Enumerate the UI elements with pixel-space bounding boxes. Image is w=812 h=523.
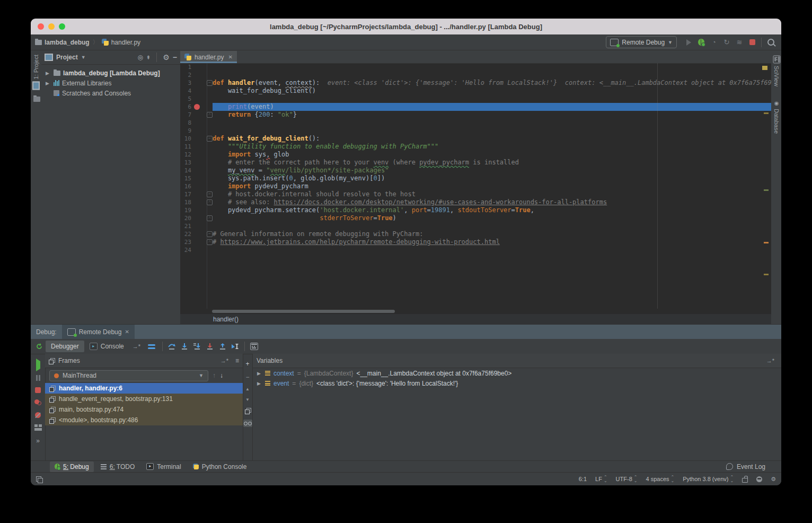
- code-text[interactable]: """Utility function to enable debugging …: [213, 143, 771, 151]
- inspections-profile-icon[interactable]: [756, 476, 762, 482]
- code-text[interactable]: # General information on remote debuggin…: [213, 230, 771, 238]
- editor-line[interactable]: 4 wait_for_debug_client(): [180, 87, 771, 95]
- frame-row[interactable]: main, bootstrap.py:474: [45, 404, 243, 415]
- tab-console[interactable]: ▸ Console: [84, 341, 129, 352]
- code-text[interactable]: my_venv = "venv/lib/python*/site-package…: [213, 167, 771, 175]
- move-watch-down-button[interactable]: ▼: [245, 397, 250, 402]
- close-window-button[interactable]: [38, 23, 44, 30]
- move-watch-up-button[interactable]: ▲: [245, 387, 250, 391]
- gutter[interactable]: 14: [180, 167, 213, 175]
- editor-line[interactable]: 19 pydevd_pycharm.settrace('host.docker.…: [180, 206, 771, 214]
- expand-arrow-icon[interactable]: ▶: [46, 71, 51, 76]
- gutter[interactable]: 13: [180, 159, 213, 167]
- editor-line[interactable]: 5: [180, 95, 771, 103]
- line-ending-select[interactable]: LF⌃⌄: [595, 475, 607, 483]
- gutter[interactable]: 3−: [180, 79, 213, 87]
- code-text[interactable]: import sys, glob: [213, 151, 771, 159]
- tree-item-scratches[interactable]: Scratches and Consoles: [41, 88, 180, 98]
- breadcrumb-project[interactable]: lambda_debug: [35, 39, 90, 46]
- scrollbar-thumb[interactable]: [212, 310, 395, 313]
- stop-button[interactable]: [746, 37, 758, 48]
- stop-debug-button[interactable]: [35, 387, 41, 393]
- coverage-button[interactable]: ↻: [720, 37, 733, 48]
- editor-line[interactable]: 24: [180, 246, 771, 254]
- gutter[interactable]: 16: [180, 182, 213, 190]
- code-text[interactable]: [213, 127, 771, 135]
- run-to-cursor-button[interactable]: [229, 341, 242, 352]
- fold-marker-icon[interactable]: −: [207, 136, 213, 142]
- code-text[interactable]: def wait_for_debug_client():: [213, 135, 771, 143]
- thread-selector[interactable]: MainThread ▼: [49, 370, 208, 381]
- editor-line[interactable]: 21: [180, 222, 771, 230]
- gutter[interactable]: 22−: [180, 230, 213, 238]
- gutter[interactable]: 10−: [180, 135, 213, 143]
- background-tasks-icon[interactable]: ⚙: [771, 476, 776, 483]
- horizontal-scrollbar[interactable]: [180, 309, 771, 314]
- gutter[interactable]: 20˄: [180, 214, 213, 222]
- editor-breadcrumb[interactable]: handler(): [180, 314, 771, 324]
- error-stripe-mark[interactable]: [764, 112, 769, 114]
- editor-line[interactable]: 1: [180, 63, 771, 71]
- gutter[interactable]: 8: [180, 119, 213, 127]
- gutter[interactable]: 4: [180, 87, 213, 95]
- commit-tool-icon[interactable]: [33, 97, 41, 103]
- expand-arrow-icon[interactable]: ▶: [46, 81, 51, 86]
- fold-marker-icon[interactable]: ˄: [207, 239, 213, 245]
- pin-icon[interactable]: →*: [220, 358, 228, 364]
- menu-icon[interactable]: ≡: [235, 357, 239, 364]
- error-stripe-mark[interactable]: [764, 189, 769, 191]
- error-stripe-mark[interactable]: [764, 274, 769, 275]
- editor-line[interactable]: 23˄# https://www.jetbrains.com/help/pych…: [180, 238, 771, 246]
- run-configurations-list-button[interactable]: ≋: [733, 37, 746, 48]
- readonly-lock-icon[interactable]: [742, 478, 748, 483]
- evaluate-expression-button[interactable]: [248, 341, 260, 352]
- indent-select[interactable]: 4 spaces⌃⌄: [646, 475, 674, 483]
- code-text[interactable]: wait_for_debug_client(): [213, 87, 771, 95]
- code-text[interactable]: pydevd_pycharm.settrace('host.docker.int…: [213, 206, 771, 214]
- code-text[interactable]: import pydevd_pycharm: [213, 182, 771, 190]
- editor-line[interactable]: 22−# General information on remote debug…: [180, 230, 771, 238]
- event-log-button[interactable]: Event Log: [726, 463, 781, 470]
- code-text[interactable]: [213, 222, 771, 230]
- profiler-button[interactable]: ◔: [708, 37, 720, 48]
- editor-line[interactable]: 9: [180, 127, 771, 135]
- restore-layout-button[interactable]: [34, 424, 42, 431]
- code-text[interactable]: sys.path.insert(0, glob.glob(my_venv)[0]…: [213, 175, 771, 182]
- gutter[interactable]: 2: [180, 71, 213, 79]
- fold-marker-icon[interactable]: ˄: [207, 215, 213, 221]
- code-text[interactable]: # host.docker.internal should resolve to…: [213, 190, 771, 198]
- gutter[interactable]: 11: [180, 143, 213, 151]
- locate-file-button[interactable]: ◎: [137, 54, 143, 61]
- close-session-icon[interactable]: ✕: [125, 329, 129, 335]
- caret-position[interactable]: 6:1: [579, 476, 587, 482]
- tree-item-project-root[interactable]: ▶ lambda_debug [Lambda Debug]: [41, 68, 180, 78]
- add-watch-button[interactable]: +: [245, 360, 249, 368]
- editor-line[interactable]: 18˄ # see also: https://docs.docker.com/…: [180, 198, 771, 206]
- editor-line[interactable]: 10−def wait_for_debug_client():: [180, 135, 771, 143]
- toolwindow-toggle-button[interactable]: [36, 476, 42, 482]
- editor-line[interactable]: 13 # enter the correct path here to your…: [180, 159, 771, 167]
- settings-gear-button[interactable]: ⚙: [163, 54, 170, 61]
- interpreter-select[interactable]: Python 3.8 (venv)⌃⌄: [683, 475, 734, 483]
- zoom-window-button[interactable]: [59, 23, 65, 30]
- code-text[interactable]: return {200: "ok"}: [213, 111, 771, 119]
- editor-line[interactable]: 6 print(event): [180, 103, 771, 111]
- gutter[interactable]: 18˄: [180, 198, 213, 206]
- chevron-down-icon[interactable]: ▼: [81, 55, 86, 60]
- tool-stripe-sciview[interactable]: SciView: [773, 56, 781, 86]
- toolwindow-python-console[interactable]: Python Console: [188, 461, 252, 472]
- toolwindow-todo[interactable]: 6: TODO: [96, 461, 140, 472]
- collapse-all-button[interactable]: ⇞: [146, 55, 151, 60]
- mute-breakpoints-button[interactable]: [35, 412, 41, 418]
- hide-panel-button[interactable]: −: [173, 53, 177, 62]
- toolwindow-terminal[interactable]: ▸ Terminal: [142, 461, 186, 472]
- frame-row[interactable]: handle_event_request, bootstrap.py:131: [45, 394, 243, 404]
- gutter[interactable]: 17−: [180, 190, 213, 198]
- minimize-window-button[interactable]: [48, 23, 55, 30]
- code-text[interactable]: stderrToServer=True): [213, 214, 771, 222]
- rerun-button[interactable]: [33, 341, 46, 352]
- gutter[interactable]: 19: [180, 206, 213, 214]
- execution-line[interactable]: print(event): [213, 103, 771, 111]
- editor-line[interactable]: 3−def handler(event, context): event: <c…: [180, 79, 771, 87]
- gutter[interactable]: 5: [180, 95, 213, 103]
